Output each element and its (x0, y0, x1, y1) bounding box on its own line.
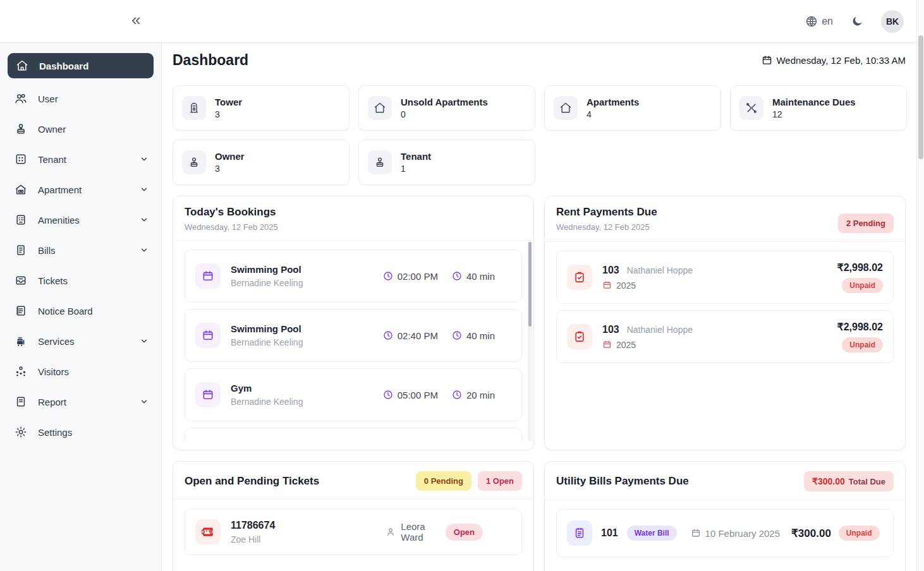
bookings-title: Today's Bookings (185, 206, 278, 219)
bookings-scrollbar-thumb[interactable] (528, 242, 532, 327)
booking-time: 02:00 PM (398, 271, 438, 282)
booking-duration: 20 min (466, 390, 495, 400)
top-bar: « en BK (0, 0, 924, 43)
rent-list-item[interactable]: 103 Nathaniel Hoppe 2025 ₹2,998.02 Unpai… (556, 310, 894, 363)
clock-icon (383, 390, 393, 400)
booking-duration: 40 min (466, 330, 495, 341)
rent-amount: ₹2,998.02 (837, 261, 883, 273)
sidebar-collapse-icon[interactable]: « (131, 11, 139, 28)
page-title: Dashboard (173, 52, 248, 69)
booking-calendar-icon (195, 323, 221, 348)
stat-card-maintenance-dues[interactable]: Maintenance Dues12 (730, 85, 907, 131)
calendar-icon (602, 340, 612, 349)
dark-mode-toggle[interactable] (851, 15, 863, 28)
chevron-down-icon (140, 246, 149, 255)
stat-card-unsold-apartments[interactable]: Unsold Apartments0 (358, 85, 535, 131)
stat-value: 1 (401, 164, 431, 174)
booking-duration: 40 min (466, 271, 495, 282)
sidebar-item-label: Dashboard (39, 61, 88, 71)
rent-title: Rent Payments Due (556, 206, 657, 219)
sidebar-item-services[interactable]: Services (0, 326, 161, 356)
sidebar-item-label: Tickets (38, 275, 68, 286)
clock-icon (452, 390, 462, 400)
booking-list-item[interactable]: Swimming Pool Bernadine Keeling 02:00 PM… (185, 249, 522, 303)
booking-time: 02:40 PM (398, 330, 438, 341)
tickets-inbox-icon (14, 274, 28, 287)
stat-card-owner[interactable]: Owner3 (173, 140, 350, 185)
page-scrollbar-thumb[interactable] (918, 35, 923, 159)
sidebar-item-owner[interactable]: Owner (0, 114, 161, 144)
sidebar-item-label: Services (38, 336, 75, 347)
booking-person: Bernadine Keeling (231, 397, 303, 407)
stat-value: 3 (215, 109, 242, 119)
bookings-scrollbar[interactable] (528, 241, 532, 442)
clipboard-check-icon (567, 324, 592, 349)
tickets-card: Open and Pending Tickets 0 Pending 1 Ope… (173, 461, 534, 571)
booking-list-item[interactable]: Gym Bernadine Keeling 05:00 PM 20 min (185, 368, 522, 421)
sidebar-item-report[interactable]: Report (0, 387, 161, 417)
sidebar-item-visitors[interactable]: Visitors (0, 356, 161, 387)
bills-icon (14, 244, 28, 256)
ticket-list-item[interactable]: 11786674 Zoe Hill Leora Ward Open (185, 508, 522, 555)
globe-icon (805, 15, 818, 28)
stat-card-tower[interactable]: Tower3 (173, 85, 350, 131)
utility-list-item[interactable]: 101 Water Bill 10 February 2025 ₹300.00 … (556, 509, 894, 557)
rent-pending-badge: 2 Pending (838, 213, 894, 233)
stat-value: 0 (401, 109, 488, 119)
sidebar-item-settings[interactable]: Settings (0, 417, 161, 447)
stat-label: Tower (215, 97, 242, 107)
booking-name: Gym (231, 383, 303, 394)
sidebar-item-label: Report (38, 397, 66, 407)
sidebar-item-notice-board[interactable]: Notice Board (0, 296, 161, 326)
rent-list-item[interactable]: 103 Nathaniel Hoppe 2025 ₹2,998.02 Unpai… (556, 251, 894, 304)
user-icon (386, 527, 396, 537)
avatar[interactable]: BK (881, 10, 904, 33)
page-scrollbar[interactable] (916, 0, 924, 571)
rent-card: Rent Payments Due Wednesday, 12 Feb 2025… (544, 196, 906, 450)
booking-person: Bernadine Keeling (231, 278, 303, 288)
stat-label: Maintenance Dues (772, 97, 856, 107)
visitors-icon (14, 365, 28, 378)
language-selector[interactable]: en (805, 15, 833, 28)
booking-calendar-icon (195, 263, 221, 289)
stat-label: Unsold Apartments (401, 97, 488, 107)
bookings-card: Today's Bookings Wednesday, 12 Feb 2025 … (173, 196, 534, 450)
sidebar-item-label: Tenant (38, 154, 66, 165)
rent-unit: 103 (602, 324, 619, 335)
booking-name: Swimming Pool (231, 323, 303, 334)
language-label: en (822, 16, 833, 27)
services-icon (14, 335, 28, 347)
sidebar-item-amenities[interactable]: Amenities (0, 205, 161, 235)
chevron-down-icon (140, 397, 149, 406)
sidebar-item-tenant[interactable]: Tenant (0, 144, 161, 174)
apartment-icon (14, 183, 28, 196)
clock-icon (383, 271, 393, 281)
utility-card: Utility Bills Payments Due ₹300.00Total … (544, 461, 906, 571)
home-icon (15, 59, 29, 72)
stat-card-apartments[interactable]: Apartments4 (544, 85, 721, 131)
booking-list-item[interactable]: Swimming Pool Bernadine Keeling 02:40 PM… (185, 309, 522, 362)
notice-board-icon (14, 304, 28, 317)
sidebar-item-user[interactable]: User (0, 83, 161, 114)
sidebar-item-dashboard[interactable]: Dashboard (8, 53, 154, 78)
stat-card-tenant[interactable]: Tenant1 (358, 140, 535, 185)
sidebar-item-apartment[interactable]: Apartment (0, 174, 161, 205)
sidebar-item-label: Settings (38, 427, 72, 438)
bill-document-icon (567, 520, 592, 546)
calendar-icon (762, 55, 772, 66)
stat-value: 12 (772, 109, 856, 119)
tickets-open-badge: 1 Open (478, 471, 522, 491)
ticket-icon (195, 519, 221, 544)
house-icon (368, 96, 392, 120)
sidebar-item-bills[interactable]: Bills (0, 235, 161, 265)
sidebar-item-tickets[interactable]: Tickets (0, 265, 161, 296)
unpaid-badge: Unpaid (839, 526, 880, 541)
booking-list-item-partial[interactable] (185, 428, 522, 442)
utility-total-due-badge: ₹300.00Total Due (804, 471, 894, 491)
main-content: Dashboard Wednesday, 12 Feb, 10:33 AM To… (162, 43, 916, 571)
rent-subtitle: Wednesday, 12 Feb 2025 (556, 222, 657, 232)
rent-tenant: Nathaniel Hoppe (627, 265, 693, 275)
tickets-pending-badge: 0 Pending (416, 471, 471, 491)
stat-value: 3 (215, 164, 245, 174)
amenities-icon (14, 213, 28, 226)
